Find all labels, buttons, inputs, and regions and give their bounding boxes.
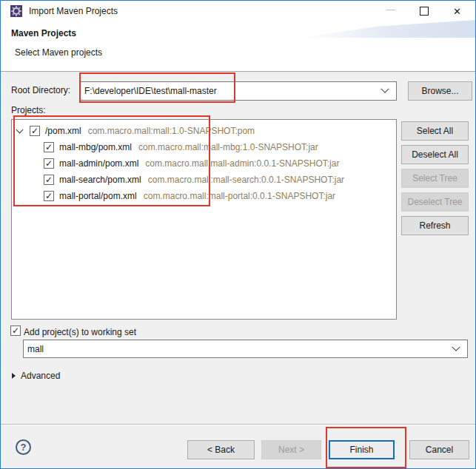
next-button: Next > bbox=[261, 440, 321, 459]
project-coordinates: com.macro.mall:mall-admin:0.0.1-SNAPSHOT… bbox=[145, 158, 339, 169]
project-coordinates: com.macro.mall:mall-search:0.0.1-SNAPSHO… bbox=[148, 175, 344, 185]
close-button[interactable]: ✕ bbox=[440, 1, 474, 21]
select-all-button[interactable]: Select All bbox=[401, 121, 469, 141]
browse-button[interactable]: Browse... bbox=[408, 81, 472, 101]
project-checkbox[interactable]: ✓ bbox=[44, 142, 54, 152]
chevron-down-icon[interactable] bbox=[381, 85, 389, 93]
advanced-expander[interactable]: Advanced bbox=[12, 371, 60, 381]
project-name: mall-admin/pom.xml bbox=[59, 158, 138, 169]
wizard-banner: Maven Projects Select Maven projects bbox=[1, 21, 475, 72]
help-button[interactable]: ? bbox=[16, 439, 31, 455]
expander-arrow-icon bbox=[12, 373, 16, 379]
project-checkbox[interactable]: ✓ bbox=[44, 175, 54, 185]
root-directory-combobox[interactable]: F:\developer\IDE\test\mall-master bbox=[80, 81, 397, 101]
titlebar: Import Maven Projects — ✕ bbox=[1, 1, 475, 21]
check-icon: ✓ bbox=[12, 326, 19, 335]
projects-label: Projects: bbox=[11, 105, 46, 115]
check-icon: ✓ bbox=[45, 159, 53, 168]
finish-button-label: Finish bbox=[349, 445, 373, 455]
minimize-icon: — bbox=[386, 4, 395, 15]
select-tree-label: Select Tree bbox=[412, 173, 457, 183]
project-coordinates: com.macro.mall:mall-mbg:1.0-SNAPSHOT:jar bbox=[138, 142, 318, 152]
maximize-icon bbox=[420, 7, 429, 16]
select-tree-button: Select Tree bbox=[401, 169, 469, 188]
chevron-down-icon[interactable] bbox=[452, 343, 460, 351]
close-icon: ✕ bbox=[453, 6, 461, 17]
next-button-label: Next > bbox=[278, 445, 304, 455]
cancel-button[interactable]: Cancel bbox=[409, 440, 469, 459]
import-wizard-icon bbox=[10, 5, 22, 17]
import-maven-projects-dialog: Import Maven Projects — ✕ Maven Projects… bbox=[0, 0, 476, 469]
banner-title: Maven Projects bbox=[11, 28, 76, 38]
project-name: mall-mbg/pom.xml bbox=[59, 142, 132, 152]
back-button[interactable]: < Back bbox=[187, 440, 255, 459]
check-icon: ✓ bbox=[45, 143, 53, 152]
browse-button-label: Browse... bbox=[421, 86, 458, 96]
tree-row[interactable]: ✓ mall-admin/pom.xml com.macro.mall:mall… bbox=[12, 155, 396, 172]
back-button-label: < Back bbox=[207, 445, 235, 455]
tree-row[interactable]: ✓ mall-mbg/pom.xml com.macro.mall:mall-m… bbox=[12, 139, 396, 155]
cancel-button-label: Cancel bbox=[426, 445, 453, 455]
root-directory-label: Root Directory: bbox=[11, 85, 70, 95]
question-icon: ? bbox=[21, 442, 27, 453]
project-coordinates: com.macro.mall:mall-portal:0.0.1-SNAPSHO… bbox=[144, 191, 335, 201]
finish-button[interactable]: Finish bbox=[329, 440, 395, 459]
root-directory-value: F:\developer\IDE\test\mall-master bbox=[81, 86, 382, 96]
tree-row[interactable]: ✓ mall-search/pom.xml com.macro.mall:mal… bbox=[12, 172, 396, 188]
window-title: Import Maven Projects bbox=[29, 6, 118, 16]
maximize-button[interactable] bbox=[407, 1, 440, 21]
expand-chevron-icon[interactable] bbox=[16, 126, 24, 134]
minimize-button: — bbox=[374, 1, 407, 21]
working-set-label[interactable]: Add project(s) to working set bbox=[24, 327, 136, 337]
project-checkbox[interactable]: ✓ bbox=[44, 158, 54, 169]
project-checkbox[interactable]: ✓ bbox=[30, 126, 40, 136]
deselect-tree-label: Deselect Tree bbox=[407, 197, 462, 207]
project-tree[interactable]: ✓ /pom.xml com.macro.mall:mall:1.0-SNAPS… bbox=[11, 119, 397, 320]
project-name: /pom.xml bbox=[45, 126, 81, 136]
working-set-combobox[interactable]: mall bbox=[23, 340, 468, 358]
select-all-label: Select All bbox=[417, 126, 453, 136]
working-set-value: mall bbox=[24, 344, 453, 354]
refresh-button[interactable]: Refresh bbox=[401, 216, 469, 235]
check-icon: ✓ bbox=[45, 175, 53, 184]
tree-row[interactable]: ✓ mall-portal/pom.xml com.macro.mall:mal… bbox=[12, 188, 396, 204]
banner-subtitle: Select Maven projects bbox=[15, 47, 102, 58]
deselect-all-label: Deselect All bbox=[412, 149, 458, 160]
deselect-all-button[interactable]: Deselect All bbox=[401, 145, 469, 164]
advanced-label: Advanced bbox=[21, 371, 60, 381]
refresh-label: Refresh bbox=[419, 220, 450, 231]
working-set-checkbox[interactable]: ✓ bbox=[10, 325, 21, 336]
project-coordinates: com.macro.mall:mall:1.0-SNAPSHOT:pom bbox=[88, 126, 255, 136]
banner-decoration bbox=[301, 20, 475, 38]
project-checkbox[interactable]: ✓ bbox=[44, 191, 54, 201]
deselect-tree-button: Deselect Tree bbox=[401, 192, 469, 212]
project-name: mall-search/pom.xml bbox=[59, 175, 141, 185]
check-icon: ✓ bbox=[45, 192, 53, 200]
tree-row[interactable]: ✓ /pom.xml com.macro.mall:mall:1.0-SNAPS… bbox=[12, 123, 396, 139]
project-name: mall-portal/pom.xml bbox=[59, 191, 137, 201]
check-icon: ✓ bbox=[31, 126, 38, 135]
